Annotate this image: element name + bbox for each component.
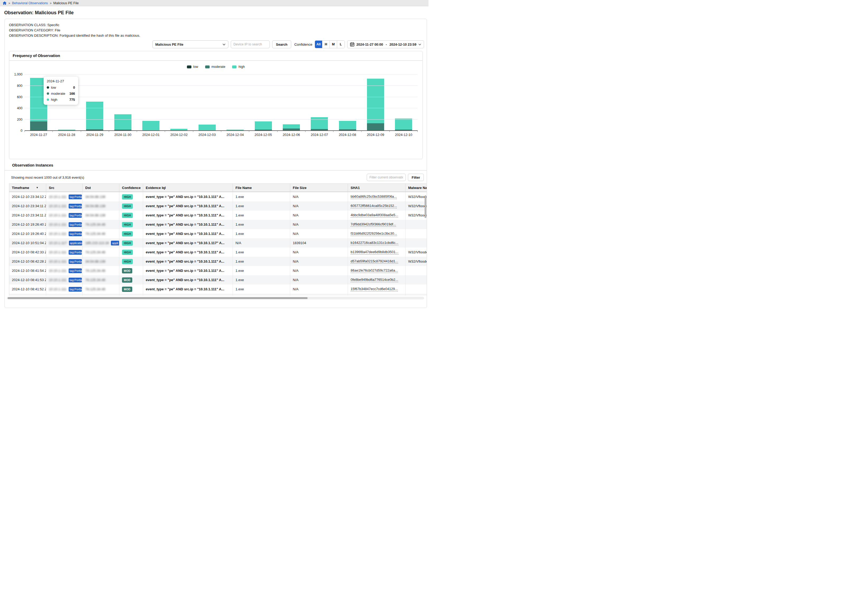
sort-descending-icon[interactable]: ▼ (36, 186, 39, 189)
bar-group-2024-12-05[interactable] (249, 74, 277, 131)
src-tag-badge: tag:Portla (69, 278, 82, 283)
page-title: Observation: Malicious PE File (4, 10, 428, 15)
sha1-link[interactable]: 86ae1fe76cb027d59c722a6a... (351, 269, 398, 273)
bar-segment-moderate (367, 123, 384, 131)
bar-group-2024-12-09[interactable] (362, 74, 390, 131)
sha1-link[interactable]: b16422716ca83c131c1cbd6c... (351, 241, 398, 245)
observation-type-select[interactable]: Malicious PE File (152, 40, 228, 48)
column-header-file-size[interactable]: File Size (290, 184, 348, 191)
sha1-link[interactable]: 7df9dd3942cf5f366cf9019df... (351, 222, 396, 227)
bar-group-2024-12-06[interactable] (277, 74, 305, 131)
horizontal-scrollbar-thumb[interactable] (8, 297, 308, 299)
filter-button[interactable]: Filter (408, 174, 424, 181)
column-header-confidence[interactable]: Confidence (119, 184, 143, 191)
bar-group-2024-12-07[interactable] (305, 74, 333, 131)
table-row: 2024-12-10 23:34:11 Z10.10.1.111tag:Port… (9, 211, 427, 220)
dst-ip-redacted: 34.54.88.138 (85, 213, 105, 217)
column-header-dst[interactable]: Dst (83, 184, 119, 191)
cell-dst: 74.125.34.46 (83, 229, 119, 238)
cell-sha1: 86ae1fe76cb027d59c722a6a... (348, 266, 405, 275)
x-axis-label: 2024-12-02 (165, 133, 193, 137)
y-axis-tick-label: 200 (17, 118, 22, 121)
column-header-timeframe[interactable]: Timeframe▼ (9, 184, 46, 191)
cell-src: 10.10.1.111tag:Portla (46, 247, 83, 257)
horizontal-scrollbar[interactable] (7, 297, 424, 299)
bar-group-2024-11-30[interactable] (109, 74, 137, 131)
x-axis-ticks (25, 131, 418, 132)
dst-ip-redacted: 74.125.34.46 (85, 287, 105, 291)
cell-confidence: MOD (119, 294, 143, 296)
cell-evidence-iql: event_type = "pe" AND src.ip = "10.10.1.… (143, 192, 233, 201)
cell-confidence: HIGH (119, 220, 143, 229)
cell-evidence-iql: event_type = "pe" AND src.ip = "10.10.1.… (143, 247, 233, 257)
home-icon[interactable] (3, 1, 6, 5)
confidence-option-m[interactable]: M (330, 41, 337, 48)
legend-item-low[interactable]: low (187, 65, 198, 69)
sha1-link[interactable]: d57ab59fa0215c87924416d1... (351, 259, 398, 264)
column-header-evidence-iql[interactable]: Evidence Iql (143, 184, 233, 191)
sha1-link[interactable]: b1396f8a47dee6d9b8db3501... (351, 250, 398, 255)
column-header-src[interactable]: Src (46, 184, 83, 191)
legend-item-moderate[interactable]: moderate (205, 65, 226, 69)
sha1-link[interactable]: 0fe8be949bd6a776514ce0b2... (351, 278, 398, 282)
sha1-link[interactable]: 15f67b34847ecc7cd6e04129... (351, 287, 398, 291)
gridline (25, 97, 418, 97)
cell-confidence: HIGH (119, 229, 143, 238)
bar-stack (114, 114, 131, 131)
column-header-malware-name[interactable]: Malware Name (405, 184, 427, 191)
confidence-option-h[interactable]: H (322, 41, 330, 48)
bar-segment-high (114, 114, 131, 130)
date-range-picker[interactable]: 2024-11-27 00:00 - 2024-12-10 23:59 (347, 40, 424, 48)
filter-results-input[interactable] (367, 174, 406, 181)
x-axis-label: 2024-11-29 (81, 133, 109, 137)
cell-evidence-iql: event_type = "pe" AND src.ip = "10.10.1.… (143, 266, 233, 275)
column-header-sha1[interactable]: SHA1 (348, 184, 405, 191)
bar-group-2024-12-01[interactable] (137, 74, 165, 131)
breadcrumb-link-behavioral-observations[interactable]: Behavioral Observations (12, 1, 48, 5)
column-header-file-name[interactable]: File Name (233, 184, 290, 191)
instances-summary: Showing most recent 1000 out of 3,916 ev… (11, 176, 84, 179)
bar-group-2024-12-08[interactable] (333, 74, 362, 131)
legend-item-high[interactable]: high (232, 65, 245, 69)
cell-file-size: N/A (290, 257, 348, 266)
dst-tag-badge: appli (111, 241, 119, 245)
sha1-link[interactable]: 4bbc9dbe03a9a48f308aa5e5... (351, 213, 398, 218)
bar-group-2024-12-10[interactable] (390, 74, 418, 131)
sha1-link[interactable]: 605772ff56614ca85c25b152... (351, 204, 397, 208)
chart-title: Frequency of Observation (9, 51, 422, 61)
x-axis-label: 2024-11-27 (25, 133, 53, 137)
bar-group-2024-12-04[interactable] (221, 74, 249, 131)
gridline (25, 119, 418, 120)
cell-file-size: N/A (290, 220, 348, 229)
sha1-link[interactable]: bb60a86fc25c0bc53885f06a... (351, 195, 397, 199)
table-row: 2024-12-10 23:34:12 Z10.10.1.111tag:Port… (9, 192, 427, 201)
bar-group-2024-12-02[interactable] (165, 74, 193, 131)
cell-file-size: N/A (290, 294, 348, 296)
tooltip-series-value: 775 (70, 98, 75, 102)
dst-ip-redacted: 34.54.88.138 (85, 195, 105, 199)
search-button[interactable]: Search (272, 40, 291, 48)
sha1-link[interactable]: f31b86d922f29256e1c3bc30... (351, 232, 397, 236)
cell-sha1: b16422716ca83c131c1cbd6c... (348, 238, 405, 247)
dst-ip-redacted: 34.54.88.138 (85, 259, 105, 263)
bar-stack (198, 125, 216, 131)
confidence-option-l[interactable]: L (337, 41, 345, 48)
bar-group-2024-11-29[interactable] (81, 74, 109, 131)
legend-swatch-moderate (205, 65, 210, 68)
bar-segment-high (283, 124, 300, 129)
x-axis-label: 2024-11-30 (109, 133, 137, 137)
cell-confidence: MOD (119, 284, 143, 294)
src-tag-badge: tag:Portla (69, 259, 82, 264)
bar-group-2024-12-03[interactable] (193, 74, 221, 131)
dst-ip-redacted: 34.54.88.138 (85, 204, 105, 208)
legend-label: moderate (212, 65, 226, 69)
confidence-option-all[interactable]: All (315, 41, 322, 48)
tooltip-series-label: high (51, 98, 68, 102)
cell-file-name: 1.exe (233, 247, 290, 257)
cell-dst: 74.125.34.46 (83, 294, 119, 296)
device-ip-input[interactable] (231, 40, 270, 48)
cell-sha1: 15f67b34847ecc7cd6e04129... (348, 284, 405, 294)
tooltip-dot-moderate (47, 93, 49, 95)
x-axis-label: 2024-12-04 (221, 133, 249, 137)
vertical-scrollbar-thumb[interactable] (425, 195, 426, 218)
